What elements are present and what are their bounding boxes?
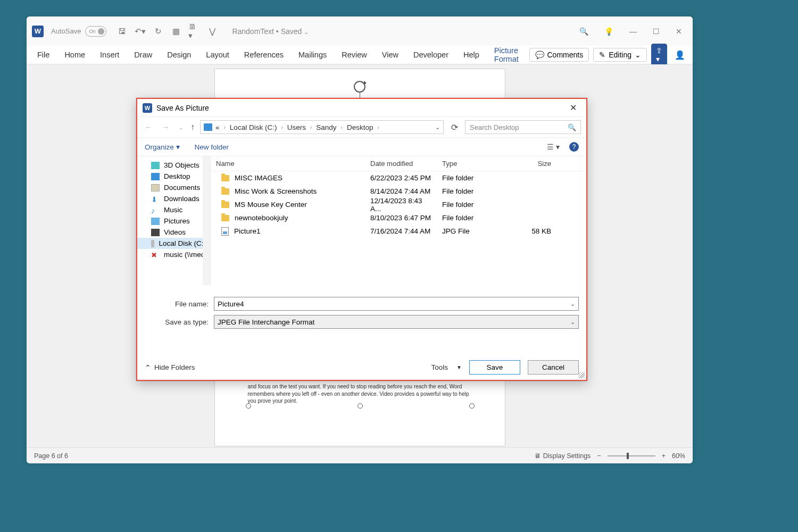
tab-design[interactable]: Design — [161, 47, 197, 62]
breadcrumb-overflow[interactable]: « — [215, 123, 220, 131]
chevron-down-icon[interactable]: ⌄ — [570, 301, 575, 307]
page-number[interactable]: Page 6 of 6 — [34, 452, 68, 460]
history-icon[interactable]: ⌄ — [177, 123, 185, 131]
tools-button[interactable]: Tools▼ — [431, 363, 462, 371]
minimize-icon[interactable]: — — [629, 27, 637, 36]
tab-view[interactable]: View — [376, 47, 405, 62]
statusbar: Page 6 of 6 🖥 Display Settings − + 60% — [27, 447, 693, 463]
display-settings[interactable]: 🖥 Display Settings — [534, 452, 591, 460]
tab-picture-format[interactable]: Picture Format — [488, 43, 527, 66]
up-icon[interactable]: ↑ — [190, 122, 195, 132]
save-button[interactable]: Save — [469, 360, 520, 375]
music-icon: ♪ — [151, 206, 160, 214]
tab-file[interactable]: File — [31, 47, 56, 62]
search-icon[interactable]: 🔍 — [579, 27, 588, 36]
tree-item-pictures[interactable]: Pictures — [137, 215, 210, 227]
account-icon[interactable]: 👤 — [671, 50, 688, 60]
doc-icon[interactable]: 🗎▾ — [188, 26, 200, 37]
comments-button[interactable]: 💬 Comments — [529, 48, 589, 62]
dialog-body: 3D Objects Desktop Documents ⬇Downloads … — [137, 156, 586, 285]
videos-icon — [151, 229, 160, 236]
col-type[interactable]: Type — [437, 160, 509, 168]
filename-input[interactable]: Picture4⌄ — [214, 297, 579, 311]
search-icon: 🔍 — [568, 123, 576, 131]
breadcrumb-seg[interactable]: Sandy — [316, 123, 336, 131]
selection-handle[interactable] — [246, 403, 251, 409]
tab-layout[interactable]: Layout — [200, 47, 236, 62]
cancel-button[interactable]: Cancel — [528, 360, 579, 375]
file-list: Name Date modified Type Size MISC IMAGES… — [211, 156, 586, 285]
tab-references[interactable]: References — [238, 47, 290, 62]
view-options-icon[interactable]: ☰ ▾ — [547, 143, 560, 151]
nav-tree[interactable]: 3D Objects Desktop Documents ⬇Downloads … — [137, 156, 211, 285]
resize-grip-icon[interactable] — [578, 372, 585, 378]
rotate-handle-icon[interactable] — [354, 81, 365, 93]
share-button[interactable]: ⇪ ▾ — [651, 44, 667, 66]
column-headers[interactable]: Name Date modified Type Size — [211, 156, 586, 171]
filename-label: File name: — [145, 300, 214, 308]
file-size: 58 KB — [509, 227, 556, 235]
selection-handle[interactable] — [469, 403, 475, 409]
tab-home[interactable]: Home — [58, 47, 92, 62]
organize-button[interactable]: Organize ▾ — [145, 143, 180, 151]
zoom-out-icon[interactable]: − — [597, 452, 601, 460]
idea-icon[interactable]: 💡 — [604, 27, 613, 36]
qat-customize-icon[interactable]: ⋁ — [206, 26, 218, 37]
undo-icon[interactable]: ↶▾ — [134, 26, 146, 37]
back-icon[interactable]: ← — [143, 122, 154, 132]
network-drive-icon: ✖ — [151, 251, 160, 259]
tree-item-desktop[interactable]: Desktop — [137, 171, 210, 182]
filetype-label: Save as type: — [145, 318, 214, 326]
refresh-icon[interactable]: ⟳ — [449, 122, 460, 132]
tree-item-downloads[interactable]: ⬇Downloads — [137, 193, 210, 204]
zoom-in-icon[interactable]: + — [662, 452, 666, 460]
close-icon[interactable]: ✕ — [676, 27, 682, 36]
tab-mailings[interactable]: Mailings — [292, 47, 333, 62]
help-icon[interactable]: ? — [569, 142, 579, 152]
breadcrumb-seg[interactable]: Local Disk (C:) — [230, 123, 277, 131]
breadcrumb-seg[interactable]: Users — [287, 123, 306, 131]
zoom-slider[interactable] — [608, 455, 655, 456]
chevron-down-icon[interactable]: ⌄ — [570, 319, 575, 326]
filetype-select[interactable]: JPEG File Interchange Format⌄ — [214, 315, 579, 329]
doc-title: RandomText • Saved ⌄ — [232, 27, 309, 36]
selection-handle[interactable] — [358, 403, 363, 409]
tree-scrollbar[interactable] — [203, 156, 210, 285]
tree-item-network-music[interactable]: ✖music (\\med — [137, 249, 210, 260]
tab-help[interactable]: Help — [457, 47, 486, 62]
editing-button[interactable]: ✎ Editing ⌄ — [593, 48, 647, 62]
tree-item-3d-objects[interactable]: 3D Objects — [137, 160, 210, 171]
col-name[interactable]: Name — [211, 160, 365, 168]
tab-draw[interactable]: Draw — [128, 47, 159, 62]
tree-item-music[interactable]: ♪Music — [137, 204, 210, 215]
file-row[interactable]: Picture17/16/2024 7:44 AMJPG File58 KB — [211, 225, 586, 238]
tab-developer[interactable]: Developer — [407, 47, 455, 62]
hide-folders-button[interactable]: ⌃Hide Folders — [145, 363, 195, 372]
file-row[interactable]: newnotebookjuly8/10/2023 6:47 PMFile fol… — [211, 211, 586, 225]
file-row[interactable]: Misc Work & Screenshots8/14/2024 7:44 AM… — [211, 185, 586, 198]
file-row[interactable]: MISC IMAGES6/22/2023 2:45 PMFile folder — [211, 171, 586, 185]
file-row[interactable]: MS Mouse Key Center12/14/2023 8:43 A...F… — [211, 198, 586, 211]
close-icon[interactable]: ✕ — [566, 101, 581, 115]
maximize-icon[interactable]: ☐ — [653, 27, 660, 36]
col-size[interactable]: Size — [509, 160, 556, 168]
tab-review[interactable]: Review — [335, 47, 373, 62]
breadcrumb-seg[interactable]: Desktop — [347, 123, 373, 131]
search-input[interactable]: Search Desktop 🔍 — [465, 120, 581, 134]
forward-icon[interactable]: → — [160, 122, 171, 132]
tab-insert[interactable]: Insert — [94, 47, 126, 62]
col-date[interactable]: Date modified — [365, 160, 437, 168]
redo-icon[interactable]: ↻ — [152, 26, 164, 37]
file-type: File folder — [437, 214, 509, 222]
tree-item-documents[interactable]: Documents — [137, 182, 210, 193]
new-folder-button[interactable]: New folder — [195, 143, 229, 151]
address-bar[interactable]: «› Local Disk (C:)› Users› Sandy› Deskto… — [200, 120, 444, 134]
save-icon[interactable]: 🖫 — [116, 26, 128, 37]
addr-dropdown-icon[interactable]: ⌄ — [435, 124, 440, 131]
zoom-level[interactable]: 60% — [672, 452, 685, 460]
tree-item-local-disk[interactable]: Local Disk (C:) — [137, 238, 210, 249]
autosave-toggle[interactable]: On — [85, 26, 106, 37]
tree-item-videos[interactable]: Videos — [137, 227, 210, 238]
table-icon[interactable]: ▦ — [170, 26, 182, 37]
titlebar: W AutoSave On 🖫 ↶▾ ↻ ▦ 🗎▾ ⋁ RandomText •… — [27, 16, 693, 46]
